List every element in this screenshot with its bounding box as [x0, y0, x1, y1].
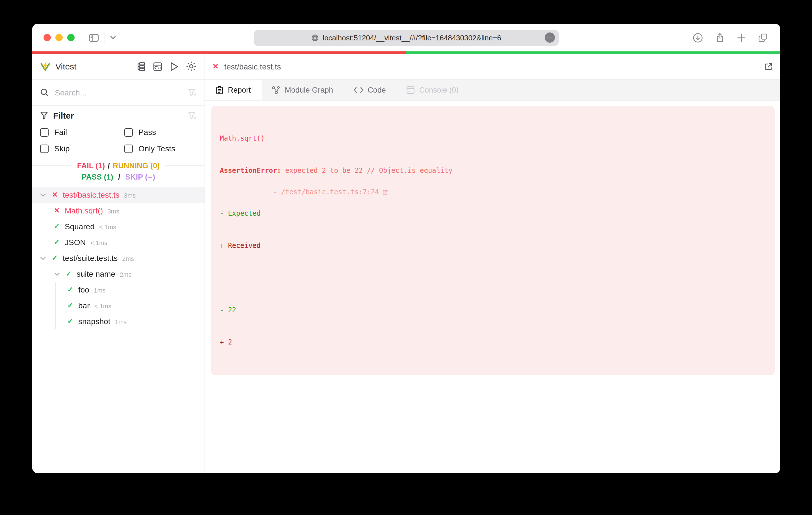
traffic-lights [44, 34, 75, 41]
tree-item-math-sqrt[interactable]: ✕ Math.sqrt() 3ms [42, 203, 205, 218]
tree-item-label: Math.sqrt() [65, 206, 103, 215]
dashboard-button[interactable] [152, 61, 163, 71]
tree-item-foo[interactable]: ✓ foo 1ms [56, 282, 205, 298]
tree-item-squared[interactable]: ✓ Squared < 1ms [42, 218, 205, 234]
tree-item-basic-test-file[interactable]: ✕ test/basic.test.ts 3ms [32, 187, 205, 203]
page-menu-button[interactable]: ⋯ [545, 32, 555, 42]
test-file-tree: ✕ test/basic.test.ts 3ms ✕ Math.sqrt() 3… [32, 186, 205, 473]
tree-item-label: Squared [65, 222, 95, 231]
close-window-button[interactable] [44, 34, 51, 41]
pass-icon: ✓ [53, 223, 61, 230]
minimize-window-button[interactable] [55, 34, 63, 41]
new-tab-button[interactable] [737, 33, 746, 42]
tree-children-basic: ✕ Math.sqrt() 3ms ✓ Squared < 1ms ✓ JSON [41, 203, 205, 250]
filter-checkbox-pass[interactable]: Pass [124, 128, 197, 137]
pass-icon: ✓ [53, 239, 61, 246]
tab-label: Console (0) [419, 86, 459, 94]
sidebar-toggle-button[interactable] [88, 32, 99, 43]
summary-rule [165, 165, 205, 166]
search-input[interactable] [54, 87, 182, 97]
tree-item-duration: 2ms [122, 254, 134, 262]
clear-search-filter-button[interactable] [187, 88, 197, 97]
filter-checkbox-skip[interactable]: Skip [40, 144, 124, 153]
clear-filters-button[interactable] [187, 111, 197, 120]
error-test-name: Math.sqrt() [220, 133, 766, 144]
chevron-down-icon [110, 36, 116, 39]
tree-item-bar[interactable]: ✓ bar < 1ms [56, 298, 205, 313]
checkbox-icon [40, 128, 49, 137]
vitest-logo [40, 62, 50, 71]
funnel-icon [40, 111, 48, 120]
tab-overview-button[interactable] [758, 32, 768, 42]
filter-panel: Filter Fail [32, 105, 205, 159]
filter-x-icon [187, 111, 197, 120]
run-all-button[interactable] [170, 61, 179, 71]
external-link-icon [764, 62, 773, 71]
tree-item-suite-test-file[interactable]: ✓ test/suite.test.ts 2ms [32, 250, 205, 266]
tree-item-label: test/basic.test.ts [63, 190, 119, 199]
tab-report[interactable]: Report [205, 80, 262, 100]
report-view: Math.sqrt() AssertionError: expected 2 t… [205, 100, 780, 473]
collapse-tree-button[interactable] [136, 61, 146, 71]
theme-toggle-button[interactable] [186, 61, 197, 72]
filter-checkbox-only-tests[interactable]: Only Tests [124, 144, 197, 153]
summary-line-2: PASS (1) / SKIP (--) [32, 173, 205, 181]
tab-label: Report [228, 86, 251, 94]
chevron-down-icon[interactable] [39, 256, 47, 260]
zoom-window-button[interactable] [67, 34, 75, 41]
checkbox-icon [124, 144, 133, 153]
url-bar[interactable]: localhost:51204/__vitest__/#/?file=16484… [254, 29, 559, 46]
tab-console[interactable]: Console (0) [396, 80, 469, 100]
tree-item-duration: 2ms [120, 270, 132, 278]
console-icon [406, 86, 415, 94]
filter-checkbox-fail[interactable]: Fail [40, 128, 124, 137]
share-button[interactable] [715, 32, 725, 42]
tab-code[interactable]: Code [343, 80, 396, 100]
tree-item-snapshot[interactable]: ✓ snapshot 1ms [56, 313, 205, 329]
external-link-icon [382, 189, 388, 195]
summary-rule [32, 165, 71, 166]
download-icon [693, 32, 703, 42]
chevron-down-icon[interactable] [53, 272, 61, 276]
test-summary: FAIL (1) / RUNNING (0) PASS (1) / SKIP (… [32, 159, 205, 186]
report-icon [216, 86, 223, 94]
dashboard-icon [152, 61, 163, 71]
browser-titlebar: localhost:51204/__vitest__/#/?file=16484… [32, 24, 780, 51]
checkbox-label: Only Tests [139, 144, 175, 153]
downloads-button[interactable] [693, 32, 703, 42]
checkbox-label: Pass [139, 128, 156, 137]
error-location-text: - /test/basic.test.ts:7:24 [269, 187, 379, 198]
summary-skip-count: SKIP (--) [125, 173, 155, 181]
checkbox-label: Fail [54, 128, 67, 137]
toolbar-left-group [88, 32, 116, 43]
sidebar: Vitest [32, 54, 205, 473]
diff-received-label: + Received [220, 241, 766, 251]
code-icon [353, 86, 363, 93]
pass-icon: ✓ [66, 318, 74, 325]
tree-item-label: test/suite.test.ts [63, 253, 118, 263]
tree-item-json[interactable]: ✓ JSON < 1ms [42, 234, 205, 250]
tree-list-icon [136, 61, 146, 71]
summary-running-count: RUNNING (0) [113, 161, 160, 170]
sidebar-chevron-button[interactable] [110, 36, 116, 39]
open-in-editor-button[interactable] [764, 62, 773, 71]
tree-item-suite-name[interactable]: ✓ suite name 2ms [42, 266, 205, 282]
tree-item-duration: < 1ms [90, 238, 108, 246]
progress-pass-segment [406, 51, 780, 54]
module-graph-icon [272, 86, 280, 94]
pass-icon: ✓ [66, 286, 74, 293]
error-message: expected 2 to be 22 // Object.is equalit… [285, 166, 452, 175]
tree-children-suite-name: ✓ foo 1ms ✓ bar < 1ms ✓ snap [55, 282, 205, 329]
tree-item-label: foo [78, 285, 89, 294]
tab-module-graph[interactable]: Module Graph [262, 80, 343, 100]
error-location-link[interactable]: - /test/basic.test.ts:7:24 [269, 187, 388, 198]
summary-fail-count: FAIL (1) [77, 161, 105, 170]
close-file-icon[interactable]: ✕ [212, 63, 219, 70]
view-tabs: Report Module Graph [205, 80, 780, 100]
checkbox-icon [124, 128, 133, 137]
chevron-down-icon[interactable] [39, 193, 47, 197]
progress-fail-segment [32, 51, 406, 54]
pass-icon: ✓ [51, 255, 59, 262]
toolbar-separator [105, 32, 105, 43]
vitest-app: Vitest [32, 54, 780, 473]
